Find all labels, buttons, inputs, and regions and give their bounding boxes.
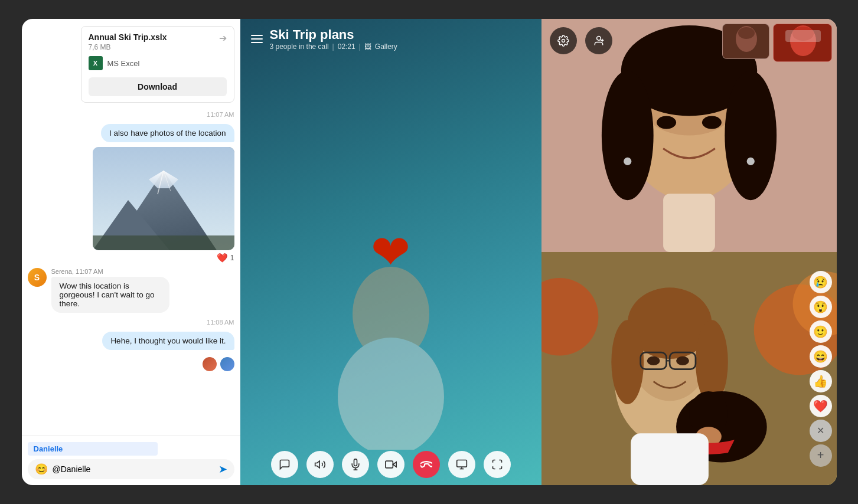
- emoji-laugh-button[interactable]: 😄: [810, 345, 832, 368]
- screen-share-button[interactable]: [448, 451, 475, 478]
- thumbnail-2: [773, 24, 832, 62]
- volume-button[interactable]: [306, 451, 334, 478]
- emoji-sidebar: 😢 😲 🙂 😄 👍 ❤️ ✕ +: [810, 271, 832, 467]
- call-title: Ski Trip plans: [270, 27, 397, 42]
- mountain-image[interactable]: [93, 147, 234, 250]
- emoji-heart-button[interactable]: ❤️: [810, 395, 832, 417]
- svg-point-22: [702, 116, 721, 129]
- svg-rect-54: [631, 433, 709, 485]
- settings-button[interactable]: [550, 27, 577, 54]
- file-size: 7,6 MB: [89, 43, 167, 51]
- svg-point-21: [657, 116, 676, 129]
- menu-icon[interactable]: [251, 35, 263, 43]
- video-panels: 😢 😲 🙂 😄 👍 ❤️ ✕ +: [541, 19, 837, 485]
- chat-messages: Annual Ski Trip.xslx 7,6 MB ➔ X MS Excel…: [22, 19, 240, 436]
- svg-marker-10: [393, 462, 396, 467]
- msg4-timestamp: 11:08 AM: [28, 319, 234, 326]
- emoji-button[interactable]: 😊: [35, 463, 48, 476]
- gallery-icon: 🖼: [364, 42, 371, 51]
- add-person-button[interactable]: [585, 27, 612, 54]
- serena-avatar: S: [28, 268, 47, 287]
- avatar-2: [220, 357, 234, 371]
- avatar-1: [203, 357, 217, 371]
- chat-toggle-button[interactable]: [271, 451, 298, 478]
- chat-sidebar: Annual Ski Trip.xslx 7,6 MB ➔ X MS Excel…: [22, 19, 240, 485]
- main-video-person: [240, 19, 541, 450]
- svg-point-49: [647, 356, 660, 365]
- svg-point-8: [338, 338, 444, 450]
- video-button[interactable]: [377, 451, 404, 478]
- svg-point-24: [624, 158, 631, 165]
- svg-point-19: [601, 71, 653, 200]
- message-input[interactable]: [53, 464, 214, 474]
- emoji-surprised-button[interactable]: 😲: [810, 296, 832, 318]
- call-area: Ski Trip plans 3 people in the call | 02…: [240, 19, 541, 485]
- svg-point-20: [725, 71, 777, 200]
- call-controls: [240, 444, 541, 485]
- chat-input-area: Danielle 😊 ➤: [22, 436, 240, 485]
- video-bottom-panel: 😢 😲 🙂 😄 👍 ❤️ ✕ +: [541, 252, 837, 485]
- emoji-smile-button[interactable]: 🙂: [810, 320, 832, 343]
- received-bubble-1: Wow this location is gorgeous! I can't w…: [51, 277, 169, 313]
- forward-icon[interactable]: ➔: [219, 32, 227, 44]
- video-top-panel: [541, 19, 837, 252]
- heart-reaction: ❤️: [217, 253, 228, 263]
- mention-tag[interactable]: Danielle: [28, 442, 158, 456]
- mute-button[interactable]: [342, 451, 369, 478]
- msg1-timestamp: 11:07 AM: [28, 111, 234, 118]
- svg-point-44: [611, 320, 644, 404]
- download-button[interactable]: Download: [89, 77, 227, 96]
- received-message-row: S Serena, 11:07 AM Wow this location is …: [28, 268, 234, 313]
- svg-marker-9: [315, 461, 319, 468]
- thumbnail-1: [722, 24, 769, 59]
- fullscreen-button[interactable]: [484, 451, 511, 478]
- svg-point-34: [596, 37, 601, 41]
- excel-icon: X: [89, 56, 103, 70]
- hangup-button[interactable]: [413, 451, 440, 478]
- file-type-label: MS Excel: [107, 59, 140, 68]
- call-header: Ski Trip plans 3 people in the call | 02…: [240, 19, 541, 59]
- svg-point-28: [738, 27, 755, 39]
- emoji-add-button[interactable]: +: [810, 444, 832, 467]
- file-card: Annual Ski Trip.xslx 7,6 MB ➔ X MS Excel…: [81, 26, 234, 103]
- call-top-buttons: [550, 27, 612, 54]
- svg-point-50: [676, 356, 689, 365]
- svg-rect-11: [385, 461, 393, 468]
- svg-point-33: [562, 40, 565, 42]
- emoji-sad-button[interactable]: 😢: [810, 271, 832, 293]
- send-button[interactable]: ➤: [218, 463, 227, 476]
- emoji-dismiss-button[interactable]: ✕: [810, 420, 832, 442]
- svg-rect-6: [93, 235, 234, 250]
- sent-bubble-2: Hehe, I thought you would like it.: [102, 332, 234, 350]
- sent-bubble-1: I also have photos of the location: [101, 124, 234, 142]
- svg-rect-23: [663, 194, 715, 252]
- file-name: Annual Ski Trip.xslx: [89, 32, 167, 42]
- svg-rect-12: [456, 460, 466, 467]
- sender-info: Serena, 11:07 AM: [51, 268, 169, 275]
- emoji-thumbsup-button[interactable]: 👍: [810, 370, 832, 392]
- input-row: 😊 ➤: [28, 459, 234, 479]
- reaction-row[interactable]: ❤️ 1: [217, 253, 234, 263]
- call-subtitle: 3 people in the call | 02:21 | 🖼 Gallery: [270, 42, 397, 51]
- svg-rect-32: [785, 30, 821, 42]
- svg-point-25: [746, 158, 754, 165]
- thumbnail-overlay-row: [722, 24, 832, 62]
- reaction-count: 1: [230, 254, 234, 262]
